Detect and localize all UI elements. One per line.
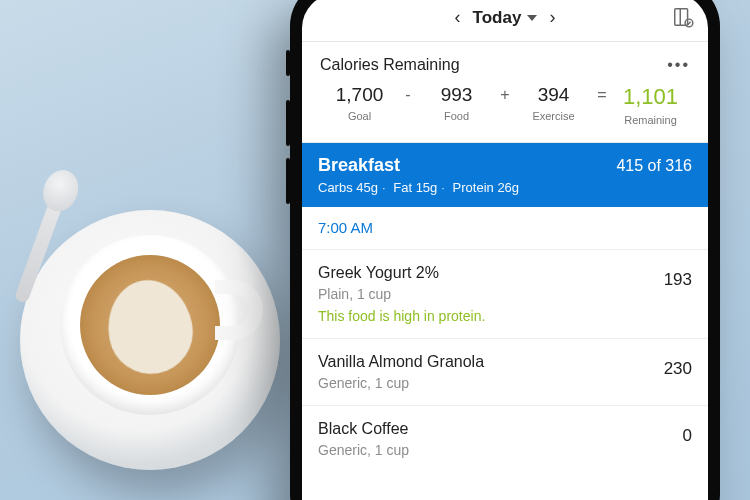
- calorie-equation: 1,700 Goal - 993 Food + 394 Exercise = 1…: [320, 84, 690, 126]
- food-calories: 230: [664, 353, 692, 379]
- phone-frame: ‹ Today › Calories Remaining ••• 1,700: [290, 0, 720, 500]
- prev-day-button[interactable]: ‹: [447, 7, 469, 28]
- save-diary-icon[interactable]: [672, 6, 694, 32]
- food-description: Generic, 1 cup: [318, 375, 652, 391]
- meal-calorie-count: 415 of 316: [616, 157, 692, 175]
- food-item[interactable]: Vanilla Almond GranolaGeneric, 1 cup230: [302, 339, 708, 406]
- goal-term: 1,700 Goal: [320, 84, 399, 122]
- more-options-button[interactable]: •••: [667, 56, 690, 74]
- macro-fat: Fat 15g: [393, 180, 437, 195]
- food-text: Vanilla Almond GranolaGeneric, 1 cup: [318, 353, 664, 391]
- caret-down-icon: [527, 15, 537, 21]
- food-name: Black Coffee: [318, 420, 671, 438]
- meal-time: 7:00 AM: [318, 219, 373, 236]
- remaining-label: Remaining: [611, 114, 690, 126]
- meal-header[interactable]: Breakfast 415 of 316 Carbs 45g· Fat 15g·…: [302, 143, 708, 207]
- goal-label: Goal: [320, 110, 399, 122]
- exercise-label: Exercise: [514, 110, 593, 122]
- food-insight: This food is high in protein.: [318, 308, 652, 324]
- plus-operator: +: [496, 84, 514, 104]
- macro-carbs: Carbs 45g: [318, 180, 378, 195]
- food-item[interactable]: Greek Yogurt 2%Plain, 1 cupThis food is …: [302, 250, 708, 339]
- food-text: Greek Yogurt 2%Plain, 1 cupThis food is …: [318, 264, 664, 324]
- food-name: Vanilla Almond Granola: [318, 353, 652, 371]
- food-description: Plain, 1 cup: [318, 286, 652, 302]
- meal-name: Breakfast: [318, 155, 400, 176]
- food-label: Food: [417, 110, 496, 122]
- remaining-value: 1,101: [611, 84, 690, 110]
- exercise-term: 394 Exercise: [514, 84, 593, 122]
- food-calories: 0: [683, 420, 692, 446]
- food-name: Greek Yogurt 2%: [318, 264, 652, 282]
- exercise-value: 394: [514, 84, 593, 106]
- calories-remaining-section: Calories Remaining ••• 1,700 Goal - 993 …: [302, 42, 708, 143]
- next-day-button[interactable]: ›: [541, 7, 563, 28]
- app-screen: ‹ Today › Calories Remaining ••• 1,700: [302, 0, 708, 500]
- food-description: Generic, 1 cup: [318, 442, 671, 458]
- food-value: 993: [417, 84, 496, 106]
- minus-operator: -: [399, 84, 417, 104]
- food-text: Black CoffeeGeneric, 1 cup: [318, 420, 683, 458]
- food-item[interactable]: Black CoffeeGeneric, 1 cup0: [302, 406, 708, 472]
- meal-time-row[interactable]: 7:00 AM: [302, 207, 708, 250]
- goal-value: 1,700: [320, 84, 399, 106]
- food-calories: 193: [664, 264, 692, 290]
- date-selector[interactable]: Today: [473, 8, 538, 28]
- calories-title: Calories Remaining: [320, 56, 460, 74]
- date-label: Today: [473, 8, 522, 28]
- remaining-term: 1,101 Remaining: [611, 84, 690, 126]
- macro-protein: Protein 26g: [453, 180, 520, 195]
- phone-side-button: [286, 50, 290, 76]
- equals-operator: =: [593, 84, 611, 104]
- food-term: 993 Food: [417, 84, 496, 122]
- date-nav-bar: ‹ Today ›: [302, 0, 708, 42]
- meal-macros: Carbs 45g· Fat 15g· Protein 26g: [318, 180, 692, 195]
- food-list: Greek Yogurt 2%Plain, 1 cupThis food is …: [302, 250, 708, 472]
